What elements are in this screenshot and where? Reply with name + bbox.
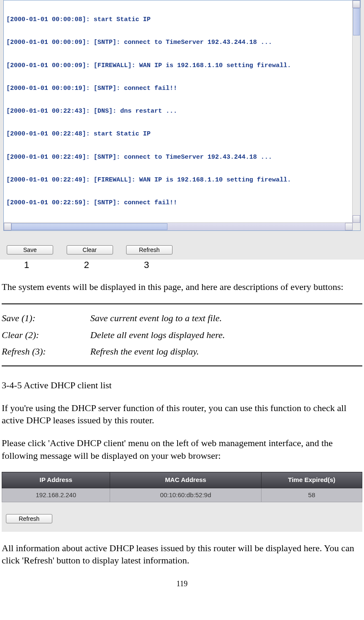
col-ip: IP Address <box>2 472 110 488</box>
log-line: [2000-01-01 00:00:09]: [SNTP]: connect t… <box>6 38 359 47</box>
cell-ip: 192.168.2.240 <box>2 488 110 502</box>
log-line: [2000-01-01 00:22:59]: [SNTP]: connect f… <box>6 199 359 207</box>
table-row: 192.168.2.240 00:10:60:db:52:9d 58 <box>2 488 362 502</box>
cell-expire: 58 <box>261 488 362 502</box>
def-desc: Delete all event logs displayed here. <box>90 329 225 341</box>
log-line: [2000-01-01 00:22:48]: start Static IP <box>6 130 359 138</box>
def-row: Refresh (3): Refresh the event log displ… <box>2 345 362 358</box>
clear-button[interactable]: Clear <box>67 245 113 254</box>
paragraph: All information about active DHCP leases… <box>2 542 362 567</box>
dhcp-table: IP Address MAC Address Time Expired(s) 1… <box>2 472 362 502</box>
section-heading: 3-4-5 Active DHCP client list <box>2 379 362 392</box>
scroll-left-icon[interactable] <box>4 223 11 230</box>
def-label: Clear (2): <box>2 329 90 341</box>
def-label: Refresh (3): <box>2 345 90 358</box>
label-2: 2 <box>63 260 110 271</box>
page-number: 119 <box>0 579 364 588</box>
scroll-thumb[interactable] <box>11 223 167 230</box>
log-line: [2000-01-01 00:00:19]: [SNTP]: connect f… <box>6 84 359 93</box>
log-line: [2000-01-01 00:00:08]: start Static IP <box>6 16 359 24</box>
log-content: [2000-01-01 00:00:08]: start Static IP [… <box>4 0 360 222</box>
col-mac: MAC Address <box>110 472 262 488</box>
def-row: Save (1): Save current event log to a te… <box>2 312 362 325</box>
log-line: [2000-01-01 00:22:43]: [DNS]: dns restar… <box>6 107 359 116</box>
intro-paragraph: The system events will be displayed in t… <box>2 281 362 293</box>
col-expire: Time Expired(s) <box>261 472 362 488</box>
scroll-right-icon[interactable] <box>345 223 353 230</box>
def-label: Save (1): <box>2 312 90 325</box>
log-line: [2000-01-01 00:22:49]: [FIREWALL]: WAN I… <box>6 176 359 184</box>
dhcp-client-panel: IP Address MAC Address Time Expired(s) 1… <box>2 472 362 531</box>
dhcp-refresh-button[interactable]: Refresh <box>6 514 52 523</box>
horizontal-scrollbar[interactable] <box>4 222 360 230</box>
paragraph: Please click 'Active DHCP client' menu o… <box>2 437 362 462</box>
log-textarea[interactable]: [2000-01-01 00:00:08]: start Static IP [… <box>3 0 361 231</box>
refresh-button[interactable]: Refresh <box>126 245 173 254</box>
log-line: [2000-01-01 00:00:09]: [FIREWALL]: WAN I… <box>6 62 359 70</box>
paragraph: If you're using the DHCP server function… <box>2 402 362 427</box>
system-log-panel: [2000-01-01 00:00:08]: start Static IP [… <box>0 0 364 260</box>
label-3: 3 <box>123 260 170 271</box>
cell-mac: 00:10:60:db:52:9d <box>110 488 262 502</box>
label-1: 1 <box>3 260 50 271</box>
def-desc: Save current event log to a text file. <box>90 312 222 325</box>
def-desc: Refresh the event log display. <box>90 345 199 358</box>
vertical-scrollbar[interactable] <box>352 0 360 223</box>
def-row: Clear (2): Delete all event logs display… <box>2 329 362 341</box>
table-header-row: IP Address MAC Address Time Expired(s) <box>2 472 362 488</box>
log-line: [2000-01-01 00:22:49]: [SNTP]: connect t… <box>6 153 359 162</box>
button-definitions: Save (1): Save current event log to a te… <box>2 303 362 366</box>
button-number-labels: 1 2 3 <box>0 260 364 271</box>
save-button[interactable]: Save <box>7 245 53 254</box>
scroll-down-icon[interactable] <box>353 215 360 223</box>
scroll-thumb[interactable] <box>353 8 360 35</box>
scroll-up-icon[interactable] <box>353 0 360 8</box>
